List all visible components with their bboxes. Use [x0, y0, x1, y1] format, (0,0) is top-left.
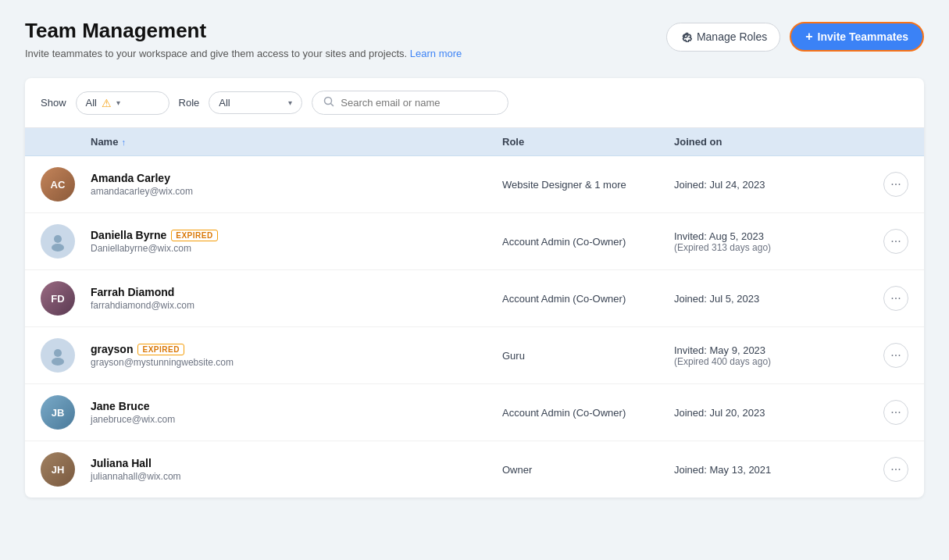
search-icon [323, 96, 334, 109]
user-email: Daniellabyrne@wix.com [91, 243, 502, 254]
show-filter[interactable]: All ⚠ ▾ [76, 91, 169, 115]
more-options-button[interactable]: ··· [883, 229, 908, 254]
page-title: Team Management [25, 19, 462, 43]
role-cell: Account Admin (Co-Owner) [502, 407, 674, 419]
avatar [41, 338, 91, 373]
role-cell: Owner [502, 464, 674, 476]
search-box[interactable] [312, 91, 508, 115]
chevron-down-icon-role: ▾ [288, 98, 292, 107]
main-card: Show All ⚠ ▾ Role All ▾ [25, 78, 924, 498]
name-column-header: Name ↑ [91, 136, 502, 148]
expired-badge: EXPIRED [171, 230, 217, 241]
row-actions: ··· [862, 400, 908, 425]
avatar: FD [41, 281, 91, 316]
table-row: Daniella Byrne EXPIRED Daniellabyrne@wix… [25, 213, 924, 270]
joined-cell: Joined: Jul 5, 2023 [674, 293, 862, 305]
more-options-button[interactable]: ··· [883, 286, 908, 311]
user-info-cell: Juliana Hall juliannahall@wix.com [91, 457, 502, 482]
joined-cell: Joined: Jul 24, 2023 [674, 179, 862, 191]
search-input[interactable] [341, 97, 497, 109]
table-row: FD Farrah Diamond farrahdiamond@wix.com … [25, 270, 924, 327]
joined-text: Joined: Jul 20, 2023 [674, 407, 862, 419]
user-email: juliannahall@wix.com [91, 471, 502, 482]
role-cell: Website Designer & 1 more [502, 179, 674, 191]
joined-text: Invited: May 9, 2023 [674, 344, 862, 356]
row-actions: ··· [862, 172, 908, 197]
table-row: grayson EXPIRED grayson@mystunningwebsit… [25, 327, 924, 384]
user-name-text: grayson [91, 343, 133, 355]
learn-more-link[interactable]: Learn more [410, 48, 462, 59]
user-name-text: Jane Bruce [91, 400, 149, 412]
more-options-button[interactable]: ··· [883, 457, 908, 482]
svg-point-1 [54, 235, 62, 243]
role-label: Role [179, 97, 200, 109]
header-left: Team Management Invite teammates to your… [25, 19, 462, 59]
user-info-cell: Jane Bruce janebruce@wix.com [91, 400, 502, 425]
svg-point-4 [52, 358, 64, 366]
avatar [41, 224, 91, 259]
joined-cell: Joined: Jul 20, 2023 [674, 407, 862, 419]
page-header: Team Management Invite teammates to your… [25, 19, 924, 59]
filters-bar: Show All ⚠ ▾ Role All ▾ [25, 78, 924, 128]
user-email: farrahdiamond@wix.com [91, 300, 502, 311]
avatar: AC [41, 167, 91, 202]
row-actions: ··· [862, 286, 908, 311]
row-actions: ··· [862, 229, 908, 254]
row-actions: ··· [862, 457, 908, 482]
user-name-text: Farrah Diamond [91, 286, 174, 298]
header-actions: Manage Roles + Invite Teammates [666, 22, 924, 52]
sort-arrow-icon: ↑ [121, 137, 126, 147]
joined-sub-text: (Expired 313 days ago) [674, 242, 862, 253]
table-header: Name ↑ Role Joined on [25, 128, 924, 156]
joined-text: Joined: Jul 24, 2023 [674, 179, 862, 191]
more-options-button[interactable]: ··· [883, 400, 908, 425]
user-info-cell: Farrah Diamond farrahdiamond@wix.com [91, 286, 502, 311]
role-column-header: Role [502, 136, 674, 148]
gear-icon [680, 30, 692, 45]
svg-point-2 [52, 244, 64, 251]
role-cell: Account Admin (Co-Owner) [502, 236, 674, 248]
user-info-cell: grayson EXPIRED grayson@mystunningwebsit… [91, 343, 502, 368]
joined-cell: Invited: Aug 5, 2023(Expired 313 days ag… [674, 230, 862, 253]
user-info-cell: Daniella Byrne EXPIRED Daniellabyrne@wix… [91, 229, 502, 254]
more-options-button[interactable]: ··· [883, 343, 908, 368]
svg-point-3 [54, 349, 62, 357]
role-filter[interactable]: All ▾ [209, 91, 302, 114]
joined-sub-text: (Expired 400 days ago) [674, 356, 862, 367]
avatar: JH [41, 452, 91, 487]
invite-teammates-button[interactable]: + Invite Teammates [790, 22, 924, 52]
joined-text: Joined: May 13, 2021 [674, 464, 862, 476]
user-name-text: Daniella Byrne [91, 229, 166, 241]
joined-text: Invited: Aug 5, 2023 [674, 230, 862, 242]
table-row: AC Amanda Carley amandacarley@wix.com We… [25, 156, 924, 213]
table-row: JB Jane Bruce janebruce@wix.com Account … [25, 384, 924, 441]
expired-badge: EXPIRED [137, 344, 184, 355]
user-name-text: Amanda Carley [91, 172, 170, 184]
user-email: janebruce@wix.com [91, 414, 502, 425]
user-info-cell: Amanda Carley amandacarley@wix.com [91, 172, 502, 197]
user-email: grayson@mystunningwebsite.com [91, 357, 502, 368]
avatar: JB [41, 395, 91, 430]
user-name-text: Juliana Hall [91, 457, 152, 469]
table-body: AC Amanda Carley amandacarley@wix.com We… [25, 156, 924, 498]
role-cell: Guru [502, 350, 674, 362]
joined-text: Joined: Jul 5, 2023 [674, 293, 862, 305]
subtitle: Invite teammates to your workspace and g… [25, 48, 462, 59]
table-row: JH Juliana Hall juliannahall@wix.com Own… [25, 441, 924, 498]
more-options-button[interactable]: ··· [883, 172, 908, 197]
user-email: amandacarley@wix.com [91, 186, 502, 197]
joined-cell: Invited: May 9, 2023(Expired 400 days ag… [674, 344, 862, 367]
row-actions: ··· [862, 343, 908, 368]
plus-icon: + [805, 30, 812, 44]
manage-roles-button[interactable]: Manage Roles [666, 23, 780, 52]
joined-column-header: Joined on [674, 136, 862, 148]
role-cell: Account Admin (Co-Owner) [502, 293, 674, 305]
chevron-down-icon: ▾ [116, 98, 120, 107]
joined-cell: Joined: May 13, 2021 [674, 464, 862, 476]
show-label: Show [41, 97, 66, 109]
warning-icon: ⚠ [102, 97, 112, 109]
